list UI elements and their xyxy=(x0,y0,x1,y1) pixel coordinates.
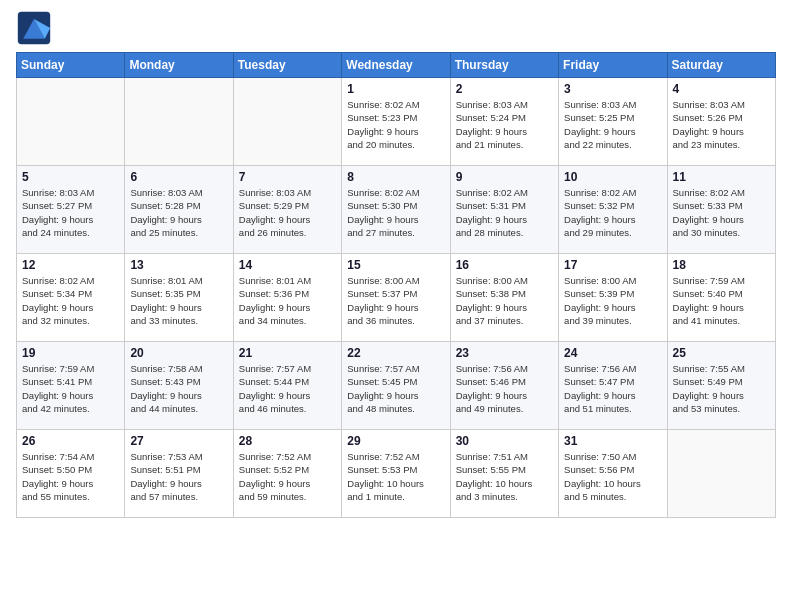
day-info: Sunrise: 8:03 AM Sunset: 5:27 PM Dayligh… xyxy=(22,186,119,239)
weekday-header-saturday: Saturday xyxy=(667,53,775,78)
calendar-cell xyxy=(125,78,233,166)
day-info: Sunrise: 7:53 AM Sunset: 5:51 PM Dayligh… xyxy=(130,450,227,503)
calendar-cell: 16Sunrise: 8:00 AM Sunset: 5:38 PM Dayli… xyxy=(450,254,558,342)
calendar-cell xyxy=(667,430,775,518)
day-number: 15 xyxy=(347,258,444,272)
day-number: 3 xyxy=(564,82,661,96)
day-number: 10 xyxy=(564,170,661,184)
day-info: Sunrise: 7:56 AM Sunset: 5:47 PM Dayligh… xyxy=(564,362,661,415)
calendar-cell: 24Sunrise: 7:56 AM Sunset: 5:47 PM Dayli… xyxy=(559,342,667,430)
weekday-header-wednesday: Wednesday xyxy=(342,53,450,78)
day-number: 26 xyxy=(22,434,119,448)
day-number: 1 xyxy=(347,82,444,96)
weekday-header-friday: Friday xyxy=(559,53,667,78)
calendar-cell: 5Sunrise: 8:03 AM Sunset: 5:27 PM Daylig… xyxy=(17,166,125,254)
day-number: 20 xyxy=(130,346,227,360)
day-number: 8 xyxy=(347,170,444,184)
day-info: Sunrise: 7:56 AM Sunset: 5:46 PM Dayligh… xyxy=(456,362,553,415)
calendar-cell: 6Sunrise: 8:03 AM Sunset: 5:28 PM Daylig… xyxy=(125,166,233,254)
calendar-cell: 2Sunrise: 8:03 AM Sunset: 5:24 PM Daylig… xyxy=(450,78,558,166)
weekday-header-tuesday: Tuesday xyxy=(233,53,341,78)
day-number: 21 xyxy=(239,346,336,360)
logo xyxy=(16,10,56,46)
calendar-cell: 12Sunrise: 8:02 AM Sunset: 5:34 PM Dayli… xyxy=(17,254,125,342)
day-info: Sunrise: 8:02 AM Sunset: 5:30 PM Dayligh… xyxy=(347,186,444,239)
calendar-cell: 15Sunrise: 8:00 AM Sunset: 5:37 PM Dayli… xyxy=(342,254,450,342)
day-number: 19 xyxy=(22,346,119,360)
day-number: 14 xyxy=(239,258,336,272)
day-info: Sunrise: 7:57 AM Sunset: 5:44 PM Dayligh… xyxy=(239,362,336,415)
day-info: Sunrise: 8:01 AM Sunset: 5:36 PM Dayligh… xyxy=(239,274,336,327)
calendar-cell: 26Sunrise: 7:54 AM Sunset: 5:50 PM Dayli… xyxy=(17,430,125,518)
weekday-row: SundayMondayTuesdayWednesdayThursdayFrid… xyxy=(17,53,776,78)
day-number: 9 xyxy=(456,170,553,184)
header xyxy=(16,10,776,46)
calendar-cell: 20Sunrise: 7:58 AM Sunset: 5:43 PM Dayli… xyxy=(125,342,233,430)
calendar-cell: 4Sunrise: 8:03 AM Sunset: 5:26 PM Daylig… xyxy=(667,78,775,166)
day-info: Sunrise: 8:00 AM Sunset: 5:38 PM Dayligh… xyxy=(456,274,553,327)
calendar-cell: 13Sunrise: 8:01 AM Sunset: 5:35 PM Dayli… xyxy=(125,254,233,342)
day-info: Sunrise: 8:03 AM Sunset: 5:26 PM Dayligh… xyxy=(673,98,770,151)
day-number: 12 xyxy=(22,258,119,272)
day-info: Sunrise: 7:58 AM Sunset: 5:43 PM Dayligh… xyxy=(130,362,227,415)
day-number: 16 xyxy=(456,258,553,272)
day-info: Sunrise: 8:02 AM Sunset: 5:34 PM Dayligh… xyxy=(22,274,119,327)
page: SundayMondayTuesdayWednesdayThursdayFrid… xyxy=(0,0,792,612)
calendar-cell: 27Sunrise: 7:53 AM Sunset: 5:51 PM Dayli… xyxy=(125,430,233,518)
day-info: Sunrise: 8:01 AM Sunset: 5:35 PM Dayligh… xyxy=(130,274,227,327)
calendar-body: 1Sunrise: 8:02 AM Sunset: 5:23 PM Daylig… xyxy=(17,78,776,518)
week-row-2: 5Sunrise: 8:03 AM Sunset: 5:27 PM Daylig… xyxy=(17,166,776,254)
day-number: 29 xyxy=(347,434,444,448)
day-number: 23 xyxy=(456,346,553,360)
day-number: 25 xyxy=(673,346,770,360)
weekday-header-sunday: Sunday xyxy=(17,53,125,78)
day-number: 4 xyxy=(673,82,770,96)
calendar-cell: 23Sunrise: 7:56 AM Sunset: 5:46 PM Dayli… xyxy=(450,342,558,430)
day-number: 11 xyxy=(673,170,770,184)
day-info: Sunrise: 8:03 AM Sunset: 5:29 PM Dayligh… xyxy=(239,186,336,239)
day-info: Sunrise: 7:54 AM Sunset: 5:50 PM Dayligh… xyxy=(22,450,119,503)
calendar-cell: 3Sunrise: 8:03 AM Sunset: 5:25 PM Daylig… xyxy=(559,78,667,166)
day-info: Sunrise: 8:02 AM Sunset: 5:32 PM Dayligh… xyxy=(564,186,661,239)
day-number: 7 xyxy=(239,170,336,184)
day-number: 2 xyxy=(456,82,553,96)
day-info: Sunrise: 8:00 AM Sunset: 5:37 PM Dayligh… xyxy=(347,274,444,327)
calendar-cell: 31Sunrise: 7:50 AM Sunset: 5:56 PM Dayli… xyxy=(559,430,667,518)
calendar-cell xyxy=(233,78,341,166)
calendar-cell: 10Sunrise: 8:02 AM Sunset: 5:32 PM Dayli… xyxy=(559,166,667,254)
day-number: 17 xyxy=(564,258,661,272)
calendar-cell: 28Sunrise: 7:52 AM Sunset: 5:52 PM Dayli… xyxy=(233,430,341,518)
calendar-cell: 19Sunrise: 7:59 AM Sunset: 5:41 PM Dayli… xyxy=(17,342,125,430)
day-number: 6 xyxy=(130,170,227,184)
calendar-cell xyxy=(17,78,125,166)
day-info: Sunrise: 7:50 AM Sunset: 5:56 PM Dayligh… xyxy=(564,450,661,503)
week-row-3: 12Sunrise: 8:02 AM Sunset: 5:34 PM Dayli… xyxy=(17,254,776,342)
day-number: 30 xyxy=(456,434,553,448)
calendar-cell: 9Sunrise: 8:02 AM Sunset: 5:31 PM Daylig… xyxy=(450,166,558,254)
weekday-header-monday: Monday xyxy=(125,53,233,78)
day-number: 27 xyxy=(130,434,227,448)
day-info: Sunrise: 8:00 AM Sunset: 5:39 PM Dayligh… xyxy=(564,274,661,327)
day-info: Sunrise: 7:51 AM Sunset: 5:55 PM Dayligh… xyxy=(456,450,553,503)
weekday-header-thursday: Thursday xyxy=(450,53,558,78)
day-number: 5 xyxy=(22,170,119,184)
day-number: 28 xyxy=(239,434,336,448)
day-info: Sunrise: 8:02 AM Sunset: 5:33 PM Dayligh… xyxy=(673,186,770,239)
calendar-cell: 18Sunrise: 7:59 AM Sunset: 5:40 PM Dayli… xyxy=(667,254,775,342)
calendar-cell: 30Sunrise: 7:51 AM Sunset: 5:55 PM Dayli… xyxy=(450,430,558,518)
calendar-cell: 21Sunrise: 7:57 AM Sunset: 5:44 PM Dayli… xyxy=(233,342,341,430)
day-number: 22 xyxy=(347,346,444,360)
week-row-5: 26Sunrise: 7:54 AM Sunset: 5:50 PM Dayli… xyxy=(17,430,776,518)
calendar-cell: 1Sunrise: 8:02 AM Sunset: 5:23 PM Daylig… xyxy=(342,78,450,166)
day-info: Sunrise: 8:03 AM Sunset: 5:24 PM Dayligh… xyxy=(456,98,553,151)
day-info: Sunrise: 7:59 AM Sunset: 5:41 PM Dayligh… xyxy=(22,362,119,415)
calendar-cell: 7Sunrise: 8:03 AM Sunset: 5:29 PM Daylig… xyxy=(233,166,341,254)
day-number: 24 xyxy=(564,346,661,360)
logo-icon xyxy=(16,10,52,46)
calendar: SundayMondayTuesdayWednesdayThursdayFrid… xyxy=(16,52,776,518)
day-number: 13 xyxy=(130,258,227,272)
week-row-1: 1Sunrise: 8:02 AM Sunset: 5:23 PM Daylig… xyxy=(17,78,776,166)
calendar-cell: 22Sunrise: 7:57 AM Sunset: 5:45 PM Dayli… xyxy=(342,342,450,430)
calendar-header: SundayMondayTuesdayWednesdayThursdayFrid… xyxy=(17,53,776,78)
day-info: Sunrise: 8:03 AM Sunset: 5:25 PM Dayligh… xyxy=(564,98,661,151)
